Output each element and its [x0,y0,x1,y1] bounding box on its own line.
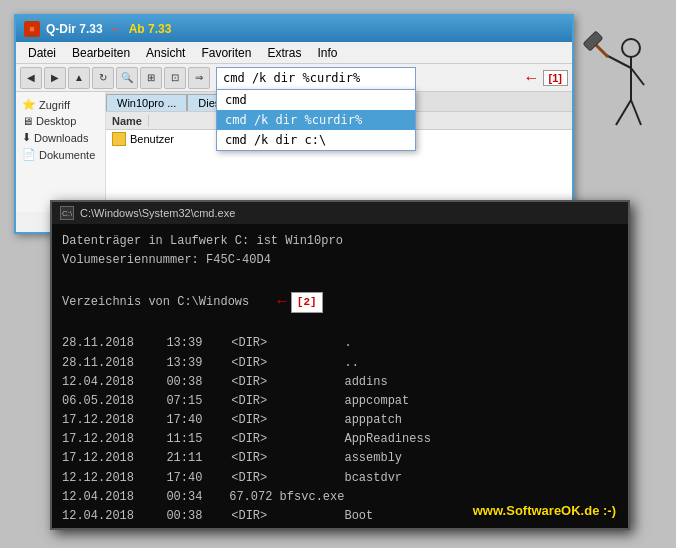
annotation-2-label: [2] [291,292,323,314]
cmd-window: C:\ C:\Windows\System32\cmd.exe Datenträ… [50,200,630,530]
downloads-icon: ⬇ [22,131,31,144]
annotation-2-arrow: ← [277,290,287,316]
address-value: cmd /k dir %curdir% [223,71,360,85]
menu-ansicht[interactable]: Ansicht [138,44,193,62]
refresh-button[interactable]: ↻ [92,67,114,89]
copy-button[interactable]: ⊡ [164,67,186,89]
menu-extras[interactable]: Extras [259,44,309,62]
cmd-verzeichnis-row: Verzeichnis von C:\Windows ← [2] [62,290,618,316]
svg-line-5 [631,68,644,85]
cmd-line-13: 12.04.2018 00:38 <DIR> Branding [62,526,618,528]
sidebar-item-desktop[interactable]: 🖥 Desktop [16,113,105,129]
address-area: cmd /k dir %curdir% cmd cmd /k dir %curd… [216,67,518,89]
search-button[interactable]: 🔍 [116,67,138,89]
cmd-line-4: 28.11.2018 13:39 <DIR> .. [62,354,618,373]
cmd-title-bar: C:\ C:\Windows\System32\cmd.exe [52,202,628,224]
forward-button[interactable]: ▶ [44,67,66,89]
title-arrow: ← [109,21,123,37]
annotation-1-label: [1] [543,70,568,86]
col-name-header: Name [106,115,149,127]
cmd-line-0: Datenträger in Laufwerk C: ist Win10pro [62,232,618,251]
sidebar: ⭐ Zugriff 🖥 Desktop ⬇ Downloads 📄 Dokume… [16,92,106,212]
title-bar: ■ Q-Dir 7.33 ← Ab 7.33 [16,16,572,42]
menu-datei[interactable]: Datei [20,44,64,62]
annotation-2-container: ← [2] [277,290,322,316]
sidebar-label-desktop: Desktop [36,115,76,127]
up-button[interactable]: ▲ [68,67,90,89]
qdir-icon: ■ [24,21,40,37]
watermark: www.SoftwareOK.de :-) [473,503,616,518]
sidebar-item-zugriff[interactable]: ⭐ Zugriff [16,96,105,113]
cmd-line-7: 17.12.2018 17:40 <DIR> apppatch [62,411,618,430]
svg-line-6 [596,45,608,57]
dropdown-item-2[interactable]: cmd /k dir c:\ [217,130,415,150]
svg-line-3 [631,100,641,125]
cmd-line-3: 28.11.2018 13:39 <DIR> . [62,334,618,353]
address-dropdown: cmd cmd /k dir %curdir% cmd /k dir c:\ [216,89,416,151]
dropdown-item-0[interactable]: cmd [217,90,415,110]
address-bar[interactable]: cmd /k dir %curdir% [216,67,416,89]
dokumente-icon: 📄 [22,148,36,161]
sidebar-label-zugriff: Zugriff [39,99,70,111]
sidebar-item-downloads[interactable]: ⬇ Downloads [16,129,105,146]
cmd-title-text: C:\Windows\System32\cmd.exe [80,207,235,219]
cmd-line-1: Volumeseriennummer: F45C-40D4 [62,251,618,270]
annotation-1-arrow: ← [524,69,540,87]
title-highlight: Ab 7.33 [129,22,172,36]
annotation-1-container: ← [1] [524,69,568,87]
sidebar-item-dokumente[interactable]: 📄 Dokumente [16,146,105,163]
cmd-line-5: 12.04.2018 00:38 <DIR> addins [62,373,618,392]
folder-icon [112,132,126,146]
menu-bearbeiten[interactable]: Bearbeiten [64,44,138,62]
zugriff-icon: ⭐ [22,98,36,111]
cmd-line-8: 17.12.2018 11:15 <DIR> AppReadiness [62,430,618,449]
move-button[interactable]: ⇒ [188,67,210,89]
menu-info[interactable]: Info [309,44,345,62]
cmd-icon: C:\ [60,206,74,220]
cmd-line-blank-1 [62,270,618,289]
cmd-line-blank-2 [62,315,618,334]
cmd-content[interactable]: Datenträger in Laufwerk C: ist Win10pro … [52,224,628,528]
title-text: Q-Dir 7.33 [46,22,103,36]
file-name-benutzer: Benutzer [130,133,174,145]
svg-point-0 [622,39,640,57]
view-button[interactable]: ⊞ [140,67,162,89]
cmd-line-10: 12.12.2018 17:40 <DIR> bcastdvr [62,469,618,488]
back-button[interactable]: ◀ [20,67,42,89]
cmd-line-2: Verzeichnis von C:\Windows [62,293,249,312]
sidebar-label-dokumente: Dokumente [39,149,95,161]
hammer-svg [576,30,656,150]
menu-bar: Datei Bearbeiten Ansicht Favoriten Extra… [16,42,572,64]
toolbar: ◀ ▶ ▲ ↻ 🔍 ⊞ ⊡ ⇒ cmd /k dir %curdir% cmd … [16,64,572,92]
hammer-figure [576,30,656,150]
cmd-line-9: 17.12.2018 21:11 <DIR> assembly [62,449,618,468]
desktop-icon: 🖥 [22,115,33,127]
menu-favoriten[interactable]: Favoriten [193,44,259,62]
dropdown-item-1[interactable]: cmd /k dir %curdir% [217,110,415,130]
sidebar-label-downloads: Downloads [34,132,88,144]
path-tab-0[interactable]: Win10pro ... [106,94,187,111]
svg-line-2 [616,100,631,125]
cmd-line-6: 06.05.2018 07:15 <DIR> appcompat [62,392,618,411]
